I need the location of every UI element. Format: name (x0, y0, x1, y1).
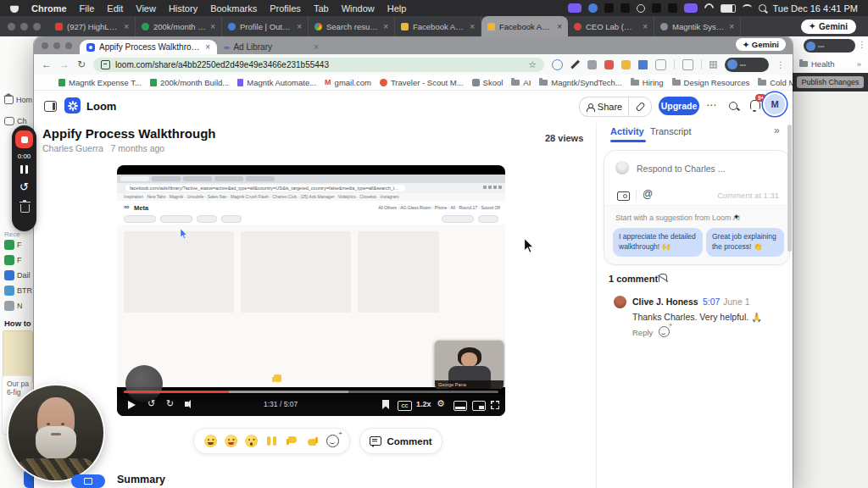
pip-icon[interactable] (472, 401, 486, 411)
apple-menu-icon[interactable] (10, 3, 19, 13)
address-bar[interactable]: loom.com/share/a4bb2250ed2d49e49e3466e23… (93, 58, 544, 72)
bookmarks-overflow-icon[interactable]: » (857, 59, 861, 69)
play-button[interactable] (128, 401, 136, 409)
menu-tab[interactable]: Tab (314, 3, 329, 14)
extension-icon[interactable] (552, 59, 563, 70)
outer-tab-7[interactable]: CEO Lab (Marketer's S× (568, 16, 654, 36)
delete-recording-icon[interactable] (20, 204, 30, 213)
commenter-name[interactable]: Clive J. Honess (632, 297, 698, 307)
search-icon[interactable] (729, 102, 737, 110)
close-tab-icon[interactable]: × (205, 42, 210, 52)
volume-icon[interactable] (185, 402, 188, 407)
display-mirror-icon[interactable] (684, 3, 698, 13)
copy-link-button[interactable] (628, 97, 652, 117)
publish-changes-button[interactable]: Publish Changes (797, 76, 863, 88)
outer-tab-1[interactable]: (927) HighLevel's NEW× (49, 16, 136, 36)
bookmark-item[interactable]: Traveler - Scout M... (380, 78, 464, 87)
close-tab-icon[interactable]: × (297, 22, 302, 31)
extension-pencil-icon[interactable] (570, 60, 580, 69)
outer-tab-3[interactable]: Profile | Outscraper× (222, 16, 309, 36)
fullscreen-icon[interactable] (491, 401, 499, 409)
reply-button[interactable]: Reply (632, 328, 653, 337)
comment-timestamp-link[interactable]: 5:07 (703, 297, 720, 307)
bookmark-folder[interactable]: Magntk/SyndTech... (539, 78, 621, 87)
app-status-icon[interactable] (588, 3, 598, 13)
captions-icon[interactable]: CC (398, 401, 412, 411)
bookmark-folder[interactable]: Hiring (631, 78, 664, 87)
menu-window[interactable]: Window (342, 3, 375, 14)
bookmark-item[interactable]: Skool (472, 78, 504, 87)
app-status-icon[interactable] (637, 4, 645, 13)
bookmark-icon[interactable] (382, 400, 389, 409)
video-player[interactable]: facebook.com/ads/library/?active_status=… (117, 165, 505, 416)
emoji-thumbs-down[interactable] (306, 435, 319, 447)
close-tab-icon[interactable]: × (643, 22, 648, 31)
more-options-icon[interactable]: ⋯ (706, 99, 717, 111)
outer-tab-2[interactable]: 200k/month Build Out× (136, 16, 222, 36)
playback-speed-button[interactable]: 1.2x (416, 401, 431, 408)
window-controls[interactable] (42, 42, 72, 49)
app-status-icon[interactable] (668, 3, 677, 13)
share-button[interactable]: Share (579, 97, 629, 117)
gemini-button[interactable]: ✦ Gemini (736, 38, 786, 51)
sidebar-item-file-1[interactable]: F (4, 240, 22, 250)
spotlight-icon[interactable] (759, 4, 766, 12)
extension-icon[interactable] (621, 60, 631, 69)
extension-camera-icon[interactable] (587, 60, 597, 69)
tab-transcript[interactable]: Transcript (650, 126, 692, 136)
settings-gear-icon[interactable]: ⚙ (437, 399, 445, 408)
emoji-heart-eyes[interactable] (225, 435, 237, 447)
site-settings-icon[interactable] (101, 60, 110, 69)
outer-window-controls[interactable] (8, 23, 41, 30)
sidebar-item-daily[interactable]: Dail (4, 270, 31, 280)
bookmark-item[interactable]: Magntk Automate... (237, 78, 316, 87)
mute-notifications-icon[interactable] (659, 274, 667, 282)
close-tab-icon[interactable]: × (729, 22, 734, 31)
theater-mode-icon[interactable] (453, 401, 467, 411)
emoji-wow[interactable] (245, 435, 258, 447)
mention-icon[interactable]: @ (643, 188, 653, 200)
menu-file[interactable]: File (80, 3, 95, 14)
menu-help[interactable]: Help (387, 3, 407, 14)
emoji-laugh[interactable] (204, 435, 217, 447)
menu-view[interactable]: View (136, 3, 156, 14)
comment-button[interactable]: Comment (359, 428, 442, 454)
video-reply-icon[interactable] (617, 191, 630, 201)
bookmark-health[interactable]: Health (811, 59, 834, 69)
outer-tab-4[interactable]: Search results - Goog× (309, 16, 395, 36)
close-tab-icon[interactable]: × (314, 42, 319, 52)
menu-bookmarks[interactable]: Bookmarks (210, 3, 257, 14)
loom-brand[interactable]: Loom (86, 100, 116, 113)
bookmark-item[interactable]: Magntk Expense T... (58, 78, 142, 87)
close-tab-icon[interactable]: × (383, 22, 388, 31)
sidebar-item-n[interactable]: N (4, 301, 23, 311)
loom-logo[interactable] (64, 97, 81, 114)
rewind-icon[interactable]: ↺ (147, 399, 155, 408)
emoji-thumbs-up[interactable] (286, 435, 298, 447)
add-reaction-icon[interactable] (326, 435, 339, 447)
ai-suggestion-chip[interactable]: I appreciate the detailed walkthrough! 🙌 (613, 228, 703, 257)
close-tab-icon[interactable]: × (557, 22, 562, 31)
menu-edit[interactable]: Edit (107, 3, 123, 14)
stop-recording-button[interactable] (15, 130, 33, 148)
outer-tab-5[interactable]: Facebook Ads Da× (395, 16, 481, 36)
outer-tab-6-active[interactable]: Facebook Ads Data× (481, 16, 568, 36)
sidebar-item-chat[interactable]: Ch (4, 117, 27, 125)
more-menu-icon[interactable]: ⋮ (858, 40, 866, 49)
panel-scrollbar[interactable] (787, 125, 792, 252)
close-tab-icon[interactable]: × (124, 22, 129, 31)
profile-pill[interactable]: ••• (804, 39, 855, 53)
restart-recording-icon[interactable]: ↺ (12, 181, 36, 192)
extension-icon[interactable] (604, 60, 614, 69)
sidebar-item-home[interactable]: Hom (4, 96, 32, 104)
sidebar-collapse-icon[interactable] (44, 101, 57, 112)
webcam-control-button[interactable] (71, 474, 105, 488)
close-tab-icon[interactable]: × (470, 22, 475, 31)
tab-activity[interactable]: Activity (610, 126, 644, 136)
sidebar-item-btr[interactable]: BTR (4, 286, 32, 296)
menu-profiles[interactable]: Profiles (270, 3, 301, 14)
menu-chrome[interactable]: Chrome (31, 3, 67, 14)
extensions-puzzle-icon[interactable] (682, 59, 693, 70)
focus-moon-icon[interactable] (702, 2, 715, 15)
user-webcam-bubble[interactable] (8, 385, 103, 480)
